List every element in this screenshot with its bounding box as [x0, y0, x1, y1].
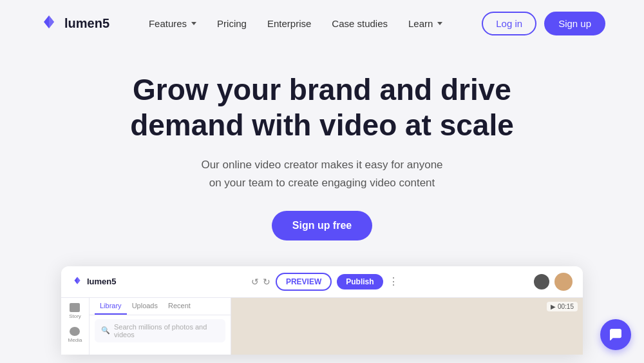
login-button[interactable]: Log in — [482, 12, 536, 35]
user-avatar-small — [534, 274, 549, 289]
media-icon — [70, 327, 80, 336]
app-sidebar-icons: Story Media — [61, 298, 90, 355]
chat-icon — [609, 328, 623, 342]
hero-section: Grow your brand and drive demand with vi… — [0, 46, 644, 266]
app-topbar: lumen5 ↺ ↻ PREVIEW Publish ⋮ — [61, 266, 583, 298]
app-logo-area: lumen5 — [71, 275, 117, 289]
preview-button[interactable]: PREVIEW — [276, 273, 332, 291]
undo-redo-controls: ↺ ↻ — [251, 277, 270, 287]
nav-pricing[interactable]: Pricing — [217, 18, 247, 29]
hero-subtitle: Our online video creator makes it easy f… — [201, 156, 442, 191]
app-preview: lumen5 ↺ ↻ PREVIEW Publish ⋮ Story M — [61, 266, 583, 355]
panel-search[interactable]: 🔍 Search millions of photos and videos — [95, 319, 225, 342]
nav-links: Features Pricing Enterprise Case studies… — [149, 18, 443, 29]
undo-icon[interactable]: ↺ — [251, 277, 259, 287]
story-icon — [70, 303, 80, 312]
nav-actions: Log in Sign up — [482, 12, 605, 35]
hero-cta-button[interactable]: Sign up free — [272, 211, 372, 240]
app-main-canvas: ▶ 00:15 — [231, 298, 583, 355]
chat-bubble[interactable] — [600, 319, 631, 350]
search-icon: 🔍 — [101, 326, 110, 335]
publish-button[interactable]: Publish — [337, 274, 383, 289]
signup-button[interactable]: Sign up — [544, 12, 605, 35]
app-body: Story Media Library Uploads Recent 🔍 Sea… — [61, 298, 583, 355]
hero-title: Grow your brand and drive demand with vi… — [130, 72, 514, 143]
search-placeholder-text: Search millions of photos and videos — [114, 323, 219, 338]
tab-uploads[interactable]: Uploads — [127, 298, 163, 315]
app-logo-text: lumen5 — [87, 277, 117, 286]
nav-learn[interactable]: Learn — [408, 18, 442, 29]
tab-library[interactable]: Library — [95, 298, 127, 315]
sidebar-media-item[interactable]: Media — [68, 327, 82, 343]
app-left-panel: Library Uploads Recent 🔍 Search millions… — [90, 298, 231, 355]
more-options-icon[interactable]: ⋮ — [388, 275, 399, 288]
logo-area[interactable]: lumen5 — [39, 12, 109, 35]
lumen5-logo-icon — [39, 12, 59, 35]
app-logo-icon — [71, 275, 83, 289]
learn-chevron-icon — [437, 22, 442, 25]
nav-case-studies[interactable]: Case studies — [332, 18, 388, 29]
logo-text: lumen5 — [64, 16, 109, 31]
sidebar-story-item[interactable]: Story — [69, 303, 81, 319]
nav-features[interactable]: Features — [149, 18, 196, 29]
app-topbar-right — [534, 273, 573, 291]
app-topbar-center: ↺ ↻ PREVIEW Publish ⋮ — [251, 273, 399, 291]
user-avatar — [554, 273, 573, 291]
features-chevron-icon — [191, 22, 196, 25]
canvas-timer: ▶ 00:15 — [547, 302, 578, 311]
panel-tabs: Library Uploads Recent — [90, 298, 231, 315]
tab-recent[interactable]: Recent — [163, 298, 196, 315]
redo-icon[interactable]: ↻ — [263, 277, 270, 287]
nav-enterprise[interactable]: Enterprise — [267, 18, 311, 29]
navbar: lumen5 Features Pricing Enterprise Case … — [0, 0, 644, 46]
